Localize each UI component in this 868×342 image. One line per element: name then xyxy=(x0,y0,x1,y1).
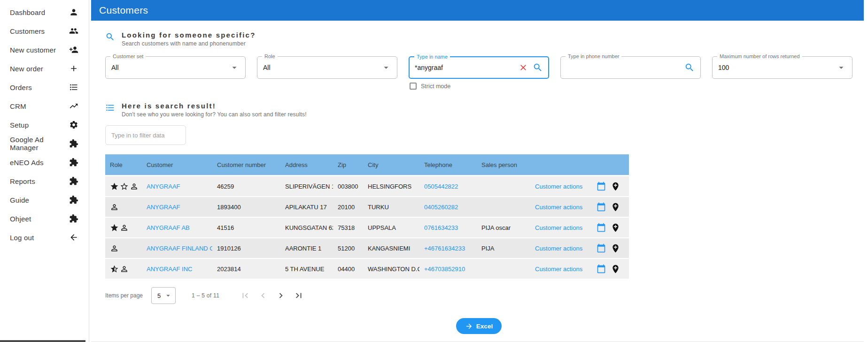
pagination: Items per page 5 1 – 5 of 11 xyxy=(105,287,852,304)
person-icon xyxy=(110,203,119,212)
filter-input[interactable] xyxy=(105,125,186,145)
sidebar-item-ohjeet[interactable]: Ohjeet xyxy=(0,209,89,228)
search-icon[interactable] xyxy=(684,62,695,73)
add-location-icon[interactable] xyxy=(611,202,620,212)
telephone-link[interactable]: 0505442822 xyxy=(424,183,458,190)
column-header-customer-number[interactable]: Customer number xyxy=(212,161,280,168)
role-select[interactable]: Role All xyxy=(257,56,397,79)
max-rows-select[interactable]: Maximum number of rows returned 100 xyxy=(712,56,852,79)
role-label: Role xyxy=(262,53,278,59)
search-icon[interactable] xyxy=(533,62,543,73)
customer-actions-link[interactable]: Customer actions xyxy=(535,245,582,252)
previous-page-icon[interactable] xyxy=(258,290,268,301)
name-input[interactable] xyxy=(415,64,519,71)
zip-cell: 04400 xyxy=(333,266,363,273)
first-page-icon[interactable] xyxy=(240,290,250,301)
sidebar-item-label: Orders xyxy=(10,84,32,91)
sidebar-item-logout[interactable]: Log out xyxy=(0,228,89,247)
sidebar-item-new-order[interactable]: New order xyxy=(0,59,89,78)
customer-actions-link[interactable]: Customer actions xyxy=(535,183,582,190)
column-header-telephone[interactable]: Telephone xyxy=(419,161,477,168)
chevron-down-icon xyxy=(381,62,391,73)
clear-icon[interactable] xyxy=(519,63,528,72)
column-header-zip[interactable]: Zip xyxy=(333,161,363,168)
sidebar-item-new-customer[interactable]: New customer xyxy=(0,40,89,59)
star-filled-icon xyxy=(110,182,119,191)
telephone-link[interactable]: +46703852910 xyxy=(424,266,465,273)
star-half-icon xyxy=(110,265,119,274)
telephone-link[interactable]: 0761634233 xyxy=(424,224,458,231)
arrow-forward-icon xyxy=(465,322,473,330)
phone-input[interactable] xyxy=(566,64,684,71)
customer-link[interactable]: ANYGRAAF xyxy=(147,204,180,211)
sidebar-item-label: Guide xyxy=(10,196,29,204)
sidebar-item-reports[interactable]: Reports xyxy=(0,172,89,190)
address-cell: APILAKATU 17 xyxy=(280,204,333,211)
telephone-link[interactable]: 0405260282 xyxy=(424,204,458,211)
customer-actions-link[interactable]: Customer actions xyxy=(535,266,582,273)
chevron-down-icon xyxy=(164,291,172,300)
sidebar-item-crm[interactable]: CRM xyxy=(0,97,89,115)
items-per-page-select[interactable]: 5 xyxy=(151,287,176,304)
sidebar-item-dashboard[interactable]: Dashboard xyxy=(0,3,89,22)
main-area: Customers Looking for someone specific? … xyxy=(89,0,868,342)
role-icons xyxy=(105,265,142,274)
customer-link[interactable]: ANYGRAAF FINLAND OY xyxy=(147,245,212,252)
sidebar-item-label: Log out xyxy=(10,234,34,242)
customer-set-select[interactable]: Customer set All xyxy=(105,56,246,79)
sidebar-item-guide[interactable]: Guide xyxy=(0,190,89,209)
page-range-label: 1 – 5 of 11 xyxy=(192,292,219,299)
customer-link[interactable]: ANYGRAAF xyxy=(147,183,180,190)
city-cell: HELSINGFORS xyxy=(363,183,419,190)
address-cell: AARONTIE 1 xyxy=(280,245,333,252)
strict-mode-checkbox[interactable] xyxy=(410,83,417,90)
customer-actions-link[interactable]: Customer actions xyxy=(535,224,582,231)
horizontal-scrollbar[interactable] xyxy=(0,340,85,342)
table-row: ANYGRAAF 1893400 APILAKATU 17 20100 TURK… xyxy=(105,197,629,217)
people-icon xyxy=(69,26,78,36)
items-per-page-value: 5 xyxy=(157,292,161,299)
sidebar-item-orders[interactable]: Orders xyxy=(0,78,89,97)
sales-person-cell: PIJA xyxy=(477,245,526,252)
table-row: ANYGRAAF 46259 SLIPERIVÄGEN 10 003800 HE… xyxy=(105,176,629,196)
column-header-customer[interactable]: Customer xyxy=(142,161,212,168)
sidebar-item-customers[interactable]: Customers xyxy=(0,22,89,40)
add-location-icon[interactable] xyxy=(611,243,620,253)
puzzle-icon xyxy=(69,195,78,205)
zip-cell: 51200 xyxy=(333,245,363,252)
add-location-icon[interactable] xyxy=(611,223,620,233)
sidebar-item-google-ad-manager[interactable]: Google Ad Manager xyxy=(0,134,89,153)
sidebar-item-label: Dashboard xyxy=(10,8,45,16)
column-header-sales-person[interactable]: Sales person xyxy=(477,161,526,168)
calendar-icon[interactable] xyxy=(597,223,606,232)
telephone-link[interactable]: +46761634233 xyxy=(424,245,465,252)
column-header-address[interactable]: Address xyxy=(280,161,333,168)
sidebar-item-label: eNEO Ads xyxy=(10,159,44,167)
calendar-icon[interactable] xyxy=(597,202,606,212)
excel-button[interactable]: Excel xyxy=(456,318,502,334)
max-rows-label: Maximum number of rows returned xyxy=(717,53,802,59)
add-location-icon[interactable] xyxy=(611,182,620,191)
customer-number-cell: 46259 xyxy=(212,183,280,190)
sidebar-item-setup[interactable]: Setup xyxy=(0,115,89,134)
sidebar-item-eneo-ads[interactable]: eNEO Ads xyxy=(0,153,89,172)
calendar-icon[interactable] xyxy=(597,182,606,191)
results-title: Here is search result! xyxy=(122,102,307,110)
customer-actions-link[interactable]: Customer actions xyxy=(535,204,582,211)
next-page-icon[interactable] xyxy=(276,290,286,301)
role-icons xyxy=(105,203,142,212)
sidebar-item-label: Google Ad Manager xyxy=(10,136,69,152)
calendar-icon[interactable] xyxy=(597,264,606,274)
role-icons xyxy=(105,244,142,253)
person-icon xyxy=(120,223,129,232)
customer-link[interactable]: ANYGRAAF INC xyxy=(147,266,193,273)
column-header-role[interactable]: Role xyxy=(105,161,142,168)
city-cell: TURKU xyxy=(363,204,419,211)
calendar-icon[interactable] xyxy=(597,243,606,253)
customer-link[interactable]: ANYGRAAF AB xyxy=(147,224,190,231)
last-page-icon[interactable] xyxy=(294,290,304,301)
column-header-city[interactable]: City xyxy=(363,161,419,168)
add-location-icon[interactable] xyxy=(611,264,620,274)
customer-number-cell: 1910126 xyxy=(212,245,280,252)
star-filled-icon xyxy=(110,223,119,232)
